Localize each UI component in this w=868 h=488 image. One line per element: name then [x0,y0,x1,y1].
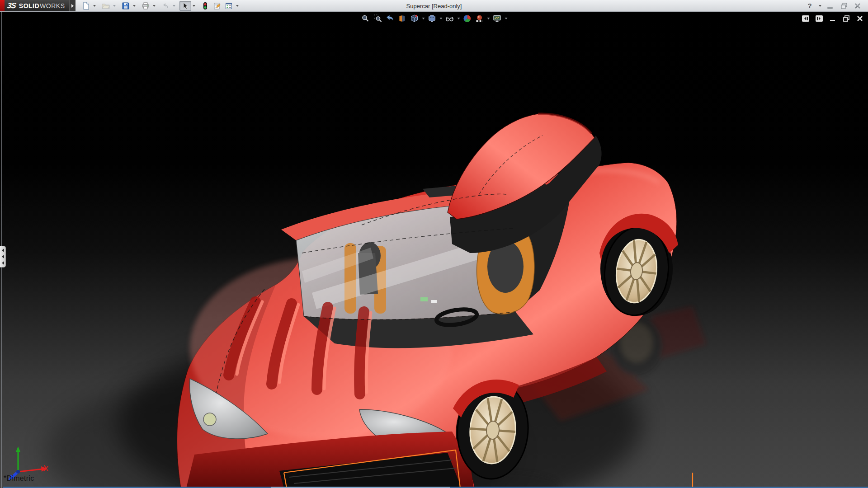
options-list-icon [225,2,233,10]
help-dropdown-arrow[interactable] [817,1,823,11]
graphics-viewport[interactable]: *Dimetric [0,12,868,488]
help-icon: ? [807,2,811,9]
new-document-icon [82,2,90,10]
solidworks-logo: 3S SOLID WORKS [5,0,69,11]
logo-mark: 3S [7,1,17,10]
previous-view-button[interactable] [384,13,396,24]
minimize-document-button[interactable] [828,14,837,23]
view-settings-icon [493,14,502,23]
options-button[interactable] [223,1,235,11]
select-cursor-icon [181,2,189,10]
headsup-view-toolbar [360,13,509,24]
featuremanager-collapsed-tab[interactable] [0,246,6,267]
save-dropdown-arrow[interactable] [132,1,137,11]
restore-document-icon [843,15,850,22]
rebuild-button[interactable] [199,1,211,11]
supercar-model[interactable] [0,12,868,488]
options-dropdown-arrow[interactable] [235,1,240,11]
display-style-dropdown[interactable] [439,13,443,24]
zoom-to-fit-icon [361,14,370,23]
help-button[interactable]: ? [804,1,816,11]
section-view-icon [398,14,407,23]
view-orientation-dropdown[interactable] [421,13,426,24]
section-view-button[interactable] [396,13,408,24]
show-right-pane-button[interactable] [815,14,824,23]
select-button[interactable] [179,1,191,11]
eyeglasses-icon [445,14,454,23]
close-icon [854,2,862,10]
display-style-icon [428,14,437,23]
edit-appearance-button[interactable] [462,13,473,24]
open-dropdown-arrow[interactable] [112,1,117,11]
collapse-arrow-icon [2,249,4,252]
open-folder-icon [102,2,110,10]
save-floppy-icon [122,2,130,10]
new-dropdown-arrow[interactable] [92,1,97,11]
close-button[interactable] [852,1,863,11]
undo-button[interactable] [160,1,171,11]
traffic-light-icon [201,2,209,10]
show-left-pane-button[interactable] [801,14,810,23]
document-window-controls [801,14,864,23]
left-pane-icon [802,15,810,22]
standard-toolbar [75,0,243,11]
titlebar: 3S SOLID WORKS [0,0,868,12]
view-settings-dropdown[interactable] [504,13,509,24]
minimize-button[interactable] [825,1,836,11]
select-dropdown-arrow[interactable] [191,1,197,11]
undo-dropdown-arrow[interactable] [171,1,177,11]
previous-view-icon [386,14,395,23]
logo-text-works: WORKS [40,2,65,9]
menu-expand-arrow[interactable] [69,0,75,11]
apply-scene-icon [475,14,484,23]
collapse-arrow-icon [2,261,4,265]
file-properties-button[interactable] [211,1,223,11]
collapse-arrow-icon [2,255,4,258]
restore-button[interactable] [838,1,850,11]
restore-document-button[interactable] [842,14,851,23]
minimize-icon [826,2,835,10]
print-dropdown-arrow[interactable] [151,1,157,11]
save-button[interactable] [120,1,132,11]
zoom-to-area-button[interactable] [372,13,384,24]
display-style-button[interactable] [426,13,438,24]
view-orientation-icon [410,14,419,23]
apply-scene-dropdown[interactable] [486,13,491,24]
print-icon [142,2,150,10]
close-document-icon [856,15,863,22]
view-orientation-button[interactable] [409,13,420,24]
appearance-ball-icon [463,14,472,23]
hide-show-items-button[interactable] [444,13,456,24]
file-properties-icon [213,2,221,10]
right-pane-icon [815,15,823,22]
apply-scene-button[interactable] [474,13,486,24]
logo-text-solid: SOLID [19,2,39,9]
orientation-label: *Dimetric [4,474,34,483]
solidworks-window: 3S SOLID WORKS [0,0,868,488]
window-controls: ? [804,0,868,11]
new-document-button[interactable] [80,1,92,11]
open-button[interactable] [100,1,112,11]
zoom-to-area-icon [373,14,382,23]
undo-arrow-icon [161,2,170,10]
restore-icon [840,2,848,10]
close-document-button[interactable] [855,14,864,23]
hide-show-items-dropdown[interactable] [456,13,461,24]
minimize-document-icon [829,15,836,22]
zoom-to-fit-button[interactable] [360,13,372,24]
accent-stripe [0,0,5,11]
view-settings-button[interactable] [491,13,503,24]
print-button[interactable] [140,1,151,11]
triad-y-arrow [16,446,20,452]
